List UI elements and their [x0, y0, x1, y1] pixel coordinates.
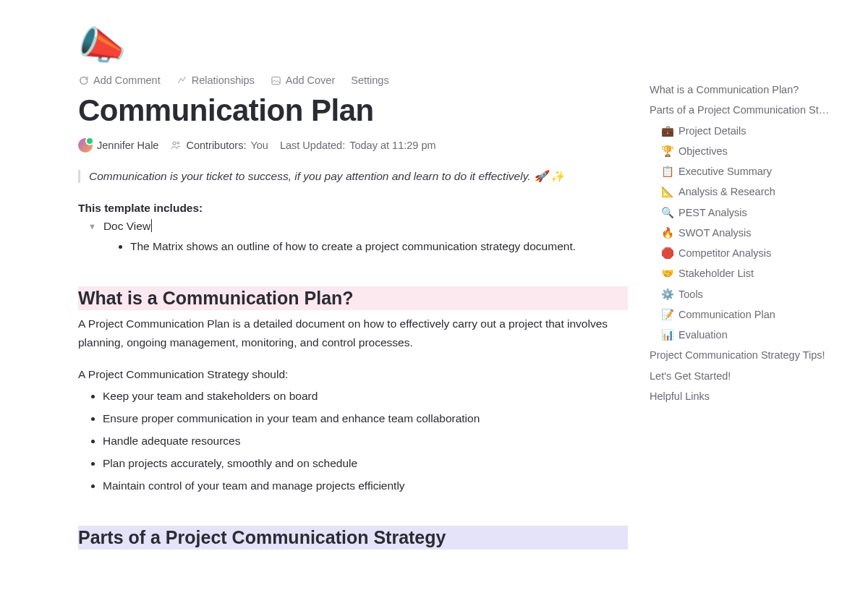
meta-row: Jennifer Hale Contributors: You Last Upd… — [78, 138, 628, 153]
toc-link[interactable]: 🛑Competitor Analysis — [650, 243, 845, 263]
relationships-icon — [176, 75, 187, 86]
caret-down-icon: ▼ — [88, 222, 96, 231]
toc-link[interactable]: What is a Communication Plan? — [650, 80, 845, 100]
toc-link[interactable]: 📐Analysis & Research — [650, 181, 845, 202]
paragraph[interactable]: A Project Communication Strategy should: — [78, 368, 628, 381]
toc-emoji-icon: 🛑 — [661, 243, 674, 263]
toc-link[interactable]: Parts of a Project Communication St… — [650, 100, 845, 120]
toc-label: SWOT Analysis — [678, 223, 751, 243]
toc-link[interactable]: Helpful Links — [650, 386, 845, 406]
toc-label: PEST Analysis — [678, 202, 747, 223]
toc-link[interactable]: 🔍PEST Analysis — [650, 202, 845, 223]
quote-block[interactable]: Communication is your ticket to success,… — [78, 170, 628, 183]
toc-emoji-icon: 📝 — [661, 304, 674, 325]
relationships-button[interactable]: Relationships — [176, 74, 255, 86]
page-title[interactable]: Communication Plan — [78, 93, 628, 128]
table-of-contents: What is a Communication Plan?Parts of a … — [650, 80, 845, 406]
toc-label: Executive Summary — [678, 161, 772, 181]
heading-parts[interactable]: Parts of a Project Communication Strateg… — [78, 526, 628, 550]
main-document: 📣 Add Comment Relationships Add Cover Se… — [78, 25, 628, 550]
contributors-label: Contributors: — [186, 140, 246, 151]
settings-button[interactable]: Settings — [351, 74, 388, 86]
toc-link[interactable]: Let's Get Started! — [650, 366, 845, 386]
svg-point-0 — [80, 77, 88, 84]
list-item[interactable]: Plan projects accurately, smoothly and o… — [103, 453, 628, 475]
add-comment-button[interactable]: Add Comment — [78, 74, 161, 86]
image-icon — [271, 75, 281, 86]
comment-icon — [78, 75, 89, 86]
page-toolbar: Add Comment Relationships Add Cover Sett… — [78, 74, 628, 86]
paragraph[interactable]: A Project Communication Plan is a detail… — [78, 315, 628, 352]
doc-view-list: The Matrix shows an outline of how to cr… — [130, 237, 628, 256]
contributors-value: You — [250, 140, 268, 151]
list-item[interactable]: Ensure proper communication in your team… — [103, 408, 628, 430]
people-icon — [170, 140, 182, 151]
toolbar-label: Settings — [351, 74, 388, 86]
toc-label: Objectives — [678, 141, 728, 161]
last-updated-value: Today at 11:29 pm — [349, 140, 435, 151]
toc-emoji-icon: 📊 — [661, 325, 674, 345]
author-chip[interactable]: Jennifer Hale — [78, 138, 158, 153]
toc-label: Competitor Analysis — [678, 243, 771, 263]
last-updated-label: Last Updated: — [280, 140, 345, 151]
toc-label: Tools — [678, 284, 703, 304]
list-item[interactable]: Handle adequate resources — [103, 430, 628, 453]
list-item[interactable]: Maintain control of your team and manage… — [103, 475, 628, 497]
page-icon[interactable]: 📣 — [78, 25, 127, 64]
list-item[interactable]: Keep your team and stakeholders on board — [103, 385, 628, 408]
add-cover-button[interactable]: Add Cover — [271, 74, 336, 86]
toc-emoji-icon: 📋 — [661, 161, 674, 181]
toc-emoji-icon: 📐 — [661, 181, 674, 202]
strategy-list: Keep your team and stakeholders on board… — [103, 385, 628, 497]
toc-emoji-icon: 🤝 — [661, 263, 674, 283]
svg-point-3 — [177, 142, 179, 144]
toc-label: Stakeholder List — [678, 263, 754, 283]
toc-emoji-icon: 🏆 — [661, 141, 674, 161]
includes-heading[interactable]: This template includes: — [78, 202, 628, 215]
list-item[interactable]: The Matrix shows an outline of how to cr… — [130, 237, 628, 256]
svg-point-2 — [173, 142, 176, 145]
toolbar-label: Relationships — [192, 74, 255, 86]
toc-link[interactable]: 📋Executive Summary — [650, 161, 845, 181]
last-updated: Last Updated: Today at 11:29 pm — [280, 140, 436, 151]
toc-link[interactable]: 💼Project Details — [650, 121, 845, 141]
toc-link[interactable]: 📝Communication Plan — [650, 304, 845, 325]
toc-emoji-icon: ⚙️ — [661, 284, 674, 304]
heading-what-is[interactable]: What is a Communication Plan? — [78, 286, 628, 310]
avatar — [78, 138, 93, 153]
toc-link[interactable]: 🔥SWOT Analysis — [650, 223, 845, 243]
toc-label: Analysis & Research — [678, 181, 775, 202]
author-name: Jennifer Hale — [97, 140, 158, 151]
toc-emoji-icon: 🔥 — [661, 223, 674, 243]
toc-link[interactable]: 🤝Stakeholder List — [650, 263, 845, 283]
toc-label: Evaluation — [678, 325, 728, 345]
toolbar-label: Add Comment — [93, 74, 161, 86]
toc-link[interactable]: Project Communication Strategy Tips! — [650, 345, 845, 365]
toggle-doc-view[interactable]: ▼ Doc View — [88, 219, 628, 233]
toc-label: Communication Plan — [678, 304, 775, 325]
toolbar-label: Add Cover — [286, 74, 336, 86]
toc-emoji-icon: 🔍 — [661, 202, 674, 223]
contributors-chip[interactable]: Contributors: You — [170, 140, 268, 151]
svg-rect-1 — [272, 77, 280, 84]
toc-link[interactable]: 📊Evaluation — [650, 325, 845, 345]
toggle-label: Doc View — [103, 219, 152, 233]
toc-label: Project Details — [678, 121, 746, 141]
toc-link[interactable]: ⚙️Tools — [650, 284, 845, 304]
toc-emoji-icon: 💼 — [661, 121, 674, 141]
toc-link[interactable]: 🏆Objectives — [650, 141, 845, 161]
